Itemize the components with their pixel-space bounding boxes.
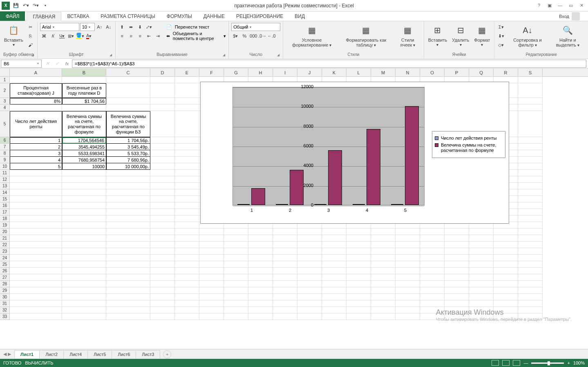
cell-I29[interactable]: [273, 287, 297, 294]
cell-P24[interactable]: [445, 255, 469, 261]
cell-C27[interactable]: [106, 274, 150, 281]
cell-C20[interactable]: [106, 229, 150, 235]
bold-button[interactable]: Ж: [40, 32, 48, 40]
cell-O24[interactable]: [420, 255, 445, 261]
cell-B27[interactable]: [62, 274, 106, 281]
align-middle-icon[interactable]: ⬌: [127, 23, 135, 31]
cell-N22[interactable]: [396, 242, 420, 248]
autosum-icon[interactable]: Σ▾: [497, 23, 505, 31]
cell-K22[interactable]: [322, 242, 347, 248]
cell-S23[interactable]: [518, 248, 543, 255]
cell-L27[interactable]: [347, 274, 371, 281]
cell-A10[interactable]: 5: [10, 163, 62, 170]
cell-E17[interactable]: [175, 209, 199, 216]
cell-O31[interactable]: [420, 300, 445, 307]
increase-indent-icon[interactable]: ⇥: [154, 32, 162, 40]
cell-J32[interactable]: [297, 307, 322, 314]
cell-S14[interactable]: [518, 189, 543, 196]
cell-A15[interactable]: [10, 196, 62, 202]
cell-R22[interactable]: [494, 242, 518, 248]
row-header-25[interactable]: 25: [0, 261, 10, 268]
paste-button[interactable]: 📋 Вставить▾: [2, 23, 25, 48]
cell-F26[interactable]: [199, 268, 224, 274]
cell-C5[interactable]: Велечина суммы на счете, расчитанная по …: [106, 111, 150, 137]
cell-C16[interactable]: [106, 202, 150, 209]
cell-I32[interactable]: [273, 307, 297, 314]
cell-A11[interactable]: [10, 170, 62, 176]
cell-D21[interactable]: [150, 235, 175, 242]
cell-H21[interactable]: [248, 235, 273, 242]
cell-A8[interactable]: 3: [10, 150, 62, 157]
cell-C30[interactable]: [106, 294, 150, 300]
cell-D23[interactable]: [150, 248, 175, 255]
cell-M33[interactable]: [371, 314, 396, 320]
cell-L22[interactable]: [347, 242, 371, 248]
cell-B5[interactable]: Велечина суммы на счете, расчитанная по …: [62, 111, 106, 137]
cell-R32[interactable]: [494, 307, 518, 314]
row-header-26[interactable]: 26: [0, 268, 10, 274]
cell-M32[interactable]: [371, 307, 396, 314]
fill-color-icon[interactable]: 🪣▾: [76, 32, 84, 40]
cell-Q20[interactable]: [469, 229, 494, 235]
column-header-M[interactable]: M: [371, 69, 396, 76]
cell-K25[interactable]: [322, 261, 347, 268]
cell-D11[interactable]: [150, 170, 175, 176]
cell-E7[interactable]: [175, 144, 199, 150]
cell-D30[interactable]: [150, 294, 175, 300]
cell-C32[interactable]: [106, 307, 150, 314]
cell-G25[interactable]: [224, 261, 248, 268]
cell-P21[interactable]: [445, 235, 469, 242]
cell-J25[interactable]: [297, 261, 322, 268]
cell-P25[interactable]: [445, 261, 469, 268]
cell-A14[interactable]: [10, 189, 62, 196]
cell-B29[interactable]: [62, 287, 106, 294]
cell-A27[interactable]: [10, 274, 62, 281]
cell-R24[interactable]: [494, 255, 518, 261]
signin-link[interactable]: Вход: [559, 11, 588, 21]
cell-C7[interactable]: 3 545,49р.: [106, 144, 150, 150]
cell-Q33[interactable]: [469, 314, 494, 320]
cell-R30[interactable]: [494, 294, 518, 300]
cell-D16[interactable]: [150, 202, 175, 209]
cell-S11[interactable]: [518, 170, 543, 176]
font-name-combo[interactable]: Arial▾: [40, 23, 79, 31]
cell-G23[interactable]: [224, 248, 248, 255]
cell-F31[interactable]: [199, 300, 224, 307]
cell-R23[interactable]: [494, 248, 518, 255]
fill-icon[interactable]: ⬇▾: [497, 32, 505, 40]
cell-S30[interactable]: [518, 294, 543, 300]
cell-D33[interactable]: [150, 314, 175, 320]
orientation-icon[interactable]: ⤢▾: [145, 23, 153, 31]
cell-P22[interactable]: [445, 242, 469, 248]
cell-S18[interactable]: [518, 216, 543, 222]
cell-R20[interactable]: [494, 229, 518, 235]
row-header-23[interactable]: 23: [0, 248, 10, 255]
cell-J20[interactable]: [297, 229, 322, 235]
cell-G31[interactable]: [224, 300, 248, 307]
cell-N24[interactable]: [396, 255, 420, 261]
column-header-Q[interactable]: Q: [469, 69, 494, 76]
cell-O33[interactable]: [420, 314, 445, 320]
dialog-launcher-icon[interactable]: ◢: [31, 53, 34, 57]
cell-J27[interactable]: [297, 274, 322, 281]
cell-J30[interactable]: [297, 294, 322, 300]
merge-center-button[interactable]: ⬌ Объединить и поместить в центре ▾: [166, 32, 226, 40]
cell-L26[interactable]: [347, 268, 371, 274]
row-header-5[interactable]: 5: [0, 111, 10, 137]
undo-icon[interactable]: ↶▾: [22, 2, 29, 9]
cell-C3[interactable]: [106, 98, 150, 105]
cell-B19[interactable]: [62, 222, 106, 229]
cell-N33[interactable]: [396, 314, 420, 320]
cell-E3[interactable]: [175, 98, 199, 105]
cell-C10[interactable]: 10 000,00р.: [106, 163, 150, 170]
decrease-decimal-icon[interactable]: ←.0: [267, 32, 275, 40]
cell-H30[interactable]: [248, 294, 273, 300]
cell-C22[interactable]: [106, 242, 150, 248]
cell-Q25[interactable]: [469, 261, 494, 268]
cell-P30[interactable]: [445, 294, 469, 300]
cell-E5[interactable]: [175, 111, 199, 137]
cell-R29[interactable]: [494, 287, 518, 294]
cell-B30[interactable]: [62, 294, 106, 300]
column-header-B[interactable]: B: [62, 69, 106, 76]
cell-K31[interactable]: [322, 300, 347, 307]
